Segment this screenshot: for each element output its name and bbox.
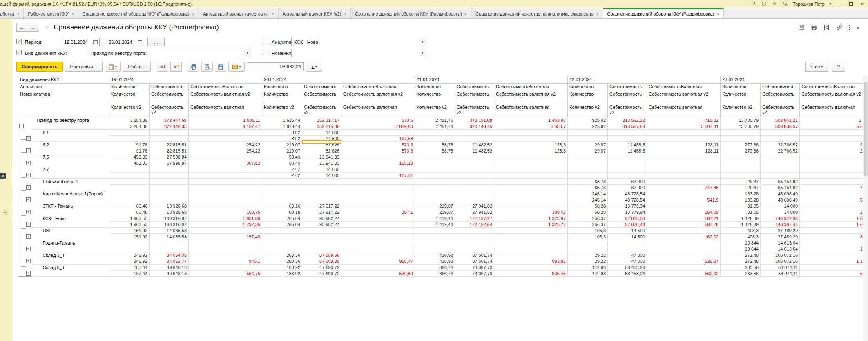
report-cell[interactable] [800, 166, 863, 173]
report-cell[interactable]: 155,18 [341, 160, 415, 166]
report-cell[interactable]: 11 482,52 [455, 148, 494, 154]
date-header-cell[interactable]: 21.01.2024 [415, 76, 568, 84]
report-cell[interactable]: 74 067,73 [455, 271, 494, 277]
report-cell[interactable]: 91,76 [109, 148, 150, 154]
report-cell[interactable]: 187,44 [109, 265, 150, 271]
report-cell[interactable]: 366,76 [415, 271, 455, 277]
report-cell[interactable]: 142,98 [568, 271, 608, 277]
date-header-cell[interactable]: 20.01.2024 [262, 76, 415, 84]
report-cell[interactable]: 453,33 [109, 160, 150, 166]
report-cell[interactable]: 60,46 [109, 203, 150, 209]
history-clock-icon[interactable] [761, 1, 767, 7]
tab-close-icon[interactable]: × [71, 12, 74, 16]
report-cell[interactable]: 50,28 [568, 203, 608, 209]
report-cell[interactable]: 3 254,36 [109, 117, 150, 123]
report-cell[interactable]: 313 562,32 [608, 117, 647, 123]
measure-header-cell[interactable]: Количество v2 [721, 104, 761, 117]
measure-header-cell[interactable]: Количество [262, 91, 302, 104]
report-cell[interactable] [341, 234, 415, 240]
report-cell[interactable] [647, 166, 721, 173]
report-cell[interactable] [800, 240, 863, 246]
report-cell[interactable] [302, 246, 341, 252]
report-cell[interactable]: 408,3 [721, 228, 761, 234]
report-cell[interactable]: 22 766,52 [761, 148, 800, 154]
report-cell[interactable]: 503 841,21 [761, 117, 800, 123]
report-cell[interactable]: 1 792,35 [189, 222, 262, 228]
report-cell[interactable] [761, 160, 800, 166]
report-cell[interactable]: 87 559,66 [302, 252, 341, 258]
report-cell[interactable] [109, 136, 150, 142]
report-cell[interactable] [262, 179, 302, 185]
report-cell[interactable]: 65,76 [568, 185, 608, 191]
nomenclature-checkbox[interactable] [263, 50, 268, 55]
report-cell[interactable]: 233,56 [721, 265, 761, 271]
row-group-label[interactable]: Eisk warehouse 1 [32, 179, 109, 191]
report-cell[interactable]: 3 254,36 [109, 123, 150, 130]
print-icon[interactable] [811, 24, 817, 31]
report-cell[interactable]: 14 000 [761, 203, 800, 209]
report-cell[interactable]: 60,46 [109, 209, 150, 215]
calendar-icon[interactable] [138, 40, 142, 44]
measure-header-cell[interactable]: Себестоимость валютная v2 [800, 91, 863, 104]
report-cell[interactable]: 29,37 [721, 179, 761, 185]
tab[interactable]: Актуальный расчет качества ит× [199, 8, 279, 18]
back-button[interactable]: ← [16, 23, 27, 32]
report-cell[interactable] [109, 179, 150, 185]
report-cell[interactable]: 27 941,82 [455, 203, 494, 209]
get-link-icon[interactable] [836, 24, 843, 31]
minimize-button[interactable]: – [836, 1, 843, 7]
expand-group-icon[interactable]: + [26, 271, 31, 276]
measure-header-cell[interactable]: Себестоимость [608, 84, 647, 91]
report-cell[interactable]: 307,1 [341, 209, 415, 215]
report-cell[interactable] [608, 240, 647, 246]
report-cell[interactable] [647, 246, 721, 252]
report-cell[interactable]: 52 630,44 [608, 222, 647, 228]
report-cell[interactable]: 345,92 [109, 258, 150, 265]
report-cell[interactable]: 106 072,16 [761, 252, 800, 258]
report-cell[interactable] [800, 228, 863, 234]
report-cell[interactable] [721, 166, 761, 173]
report-cell[interactable]: 1 419,46 [415, 222, 455, 228]
favorite-toggle-star-icon[interactable]: ☆ [44, 24, 49, 31]
tab-close-icon[interactable]: × [344, 12, 346, 16]
tab-close-icon[interactable]: × [596, 12, 599, 16]
report-cell[interactable]: 765,04 [262, 215, 302, 222]
report-cell[interactable] [415, 191, 455, 197]
report-cell[interactable]: 11 482,52 [455, 142, 494, 148]
measure-header-cell[interactable]: Себестоимость валютная [647, 104, 721, 117]
report-cell[interactable] [415, 197, 455, 203]
report-cell[interactable] [189, 246, 262, 252]
report-cell[interactable]: 1 426,39 [721, 215, 761, 222]
report-cell[interactable] [109, 166, 150, 173]
clipboard-button[interactable]: ▾ [105, 62, 121, 72]
report-cell[interactable]: 408,3 [721, 234, 761, 240]
report-cell[interactable]: 14 613,64 [761, 240, 800, 246]
report-cell[interactable]: 183,28 [721, 191, 761, 197]
report-cell[interactable] [302, 185, 341, 191]
report-cell[interactable] [262, 197, 302, 203]
collapse-groups-button[interactable] [157, 62, 168, 72]
report-cell[interactable] [761, 130, 800, 136]
report-cell[interactable]: 14 800 [302, 130, 341, 136]
user-menu-caret-icon[interactable]: ▾ [830, 2, 831, 6]
report-cell[interactable] [341, 197, 415, 203]
measure-header-cell[interactable]: Себестоимость валютная [189, 104, 262, 117]
period-from-input[interactable]: 19.01.2024 [62, 38, 100, 46]
report-cell[interactable] [150, 136, 189, 142]
report-cell[interactable] [415, 130, 455, 136]
report-cell[interactable] [262, 185, 302, 191]
report-cell[interactable]: 366,76 [415, 265, 455, 271]
report-cell[interactable] [109, 240, 150, 246]
report-cell[interactable]: 940,1 [189, 258, 262, 265]
report-cell[interactable] [721, 136, 761, 142]
print-preview-icon[interactable] [823, 24, 830, 31]
report-cell[interactable] [109, 191, 150, 197]
measure-header-cell[interactable]: Себестоимость [455, 91, 494, 104]
report-cell[interactable] [341, 252, 415, 258]
report-cell[interactable]: 93 982,24 [302, 222, 341, 228]
generate-button[interactable]: Сформировать [16, 62, 63, 72]
report-cell[interactable]: 219,07 [262, 142, 302, 148]
report-cell[interactable]: 22 766,52 [761, 142, 800, 148]
report-cell[interactable] [800, 179, 863, 185]
row-header-cell[interactable]: Номенклатура [18, 91, 109, 104]
